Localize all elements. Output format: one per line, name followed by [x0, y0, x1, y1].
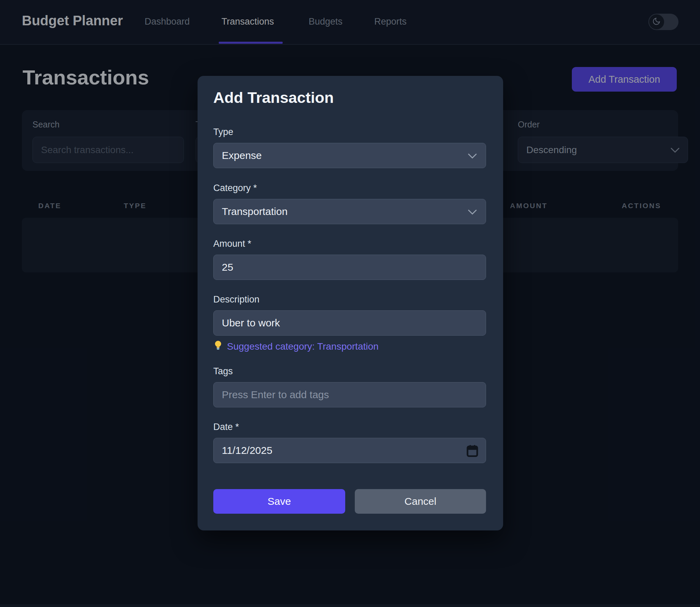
type-field-label: Type: [213, 127, 233, 137]
budget-planner-app: Budget Planner Dashboard Transactions Bu…: [0, 0, 700, 607]
amount-field-label: Amount *: [213, 239, 251, 249]
chevron-down-icon: [468, 206, 477, 217]
calendar-icon[interactable]: [467, 444, 478, 460]
category-select[interactable]: Transportation: [213, 199, 486, 224]
description-input[interactable]: [213, 310, 486, 336]
date-field-label: Date *: [213, 422, 239, 432]
suggested-category-text: Suggested category: Transportation: [227, 341, 379, 352]
suggested-category-hint[interactable]: Suggested category: Transportation: [213, 340, 379, 353]
cancel-button[interactable]: Cancel: [355, 489, 486, 514]
type-select[interactable]: Expense: [213, 143, 486, 168]
date-input[interactable]: 11/12/2025: [213, 438, 486, 463]
modal-title: Add Transaction: [213, 89, 334, 107]
chevron-down-icon: [468, 150, 477, 161]
save-button[interactable]: Save: [213, 489, 345, 514]
tags-input[interactable]: [213, 382, 486, 407]
add-transaction-modal: Add Transaction Type Expense Category * …: [198, 76, 503, 530]
category-field-label: Category *: [213, 183, 257, 193]
tags-field-label: Tags: [213, 366, 233, 377]
type-select-value: Expense: [222, 150, 262, 161]
category-select-value: Transportation: [222, 206, 287, 217]
description-field-label: Description: [213, 294, 259, 305]
date-input-value: 11/12/2025: [222, 445, 272, 456]
lightbulb-icon: [213, 340, 223, 353]
amount-input[interactable]: [213, 255, 486, 280]
